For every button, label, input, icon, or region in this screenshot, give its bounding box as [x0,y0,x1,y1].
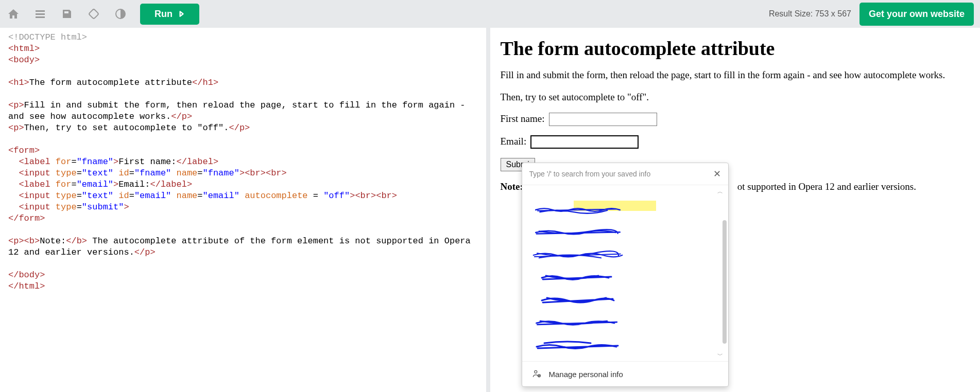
fname-row: First name: [501,113,970,126]
chevron-right-icon [178,10,185,17]
svg-point-2 [534,370,537,373]
note-text-end: ot supported in Opera 12 and earlier ver… [737,181,916,192]
get-website-button[interactable]: Get your own website [859,3,974,26]
home-icon[interactable] [6,7,21,21]
theme-icon[interactable] [113,7,128,21]
autocomplete-item[interactable] [522,289,728,312]
result-size-label: Result Size: 753 x 567 [769,9,851,19]
save-icon[interactable] [60,7,74,21]
autocomplete-popup: Type '/' to search from your saved info … [522,163,729,387]
autocomplete-item[interactable] [522,199,728,221]
person-icon [531,369,542,379]
orientation-icon[interactable] [87,7,101,21]
caret-down-icon[interactable]: ﹀ [717,352,723,358]
code-editor[interactable]: <!DOCTYPE html> <html> <body> <h1>The fo… [0,28,490,392]
run-label: Run [154,9,173,20]
manage-label: Manage personal info [549,370,623,379]
intro-paragraph-2: Then, try to set autocomplete to "off". [501,91,970,104]
autocomplete-item[interactable] [522,334,728,350]
manage-personal-info[interactable]: Manage personal info [522,361,728,386]
main-split: <!DOCTYPE html> <html> <body> <h1>The fo… [0,28,980,392]
toolbar: Run Result Size: 753 x 567 Get your own … [0,0,980,28]
intro-paragraph-1: Fill in and submit the form, then reload… [501,69,970,82]
autocomplete-item[interactable] [522,221,728,244]
page-heading: The form autocomplete attribute [501,37,970,60]
autocomplete-header: Type '/' to search from your saved info … [522,163,728,185]
email-row: Email: [501,135,970,149]
email-label: Email: [501,136,527,147]
fname-input[interactable] [549,113,657,126]
fname-label: First name: [501,113,545,124]
toolbar-right: Result Size: 753 x 567 Get your own webs… [769,3,974,26]
caret-up-icon[interactable]: ︿ [717,188,723,194]
autocomplete-list [522,195,728,350]
autocomplete-item[interactable] [522,266,728,289]
svg-rect-0 [89,9,99,19]
toolbar-left: Run [6,4,199,25]
close-icon[interactable]: ✕ [713,168,721,180]
autocomplete-item[interactable] [522,244,728,266]
menu-icon[interactable] [33,7,47,21]
run-button[interactable]: Run [140,4,199,25]
email-input[interactable] [530,135,639,149]
autocomplete-hint: Type '/' to search from your saved info [529,170,709,178]
result-pane: The form autocomplete attribute Fill in … [490,28,981,392]
autocomplete-item[interactable] [522,312,728,334]
note-bold: Note: [501,181,523,192]
scrollbar[interactable] [723,220,727,344]
